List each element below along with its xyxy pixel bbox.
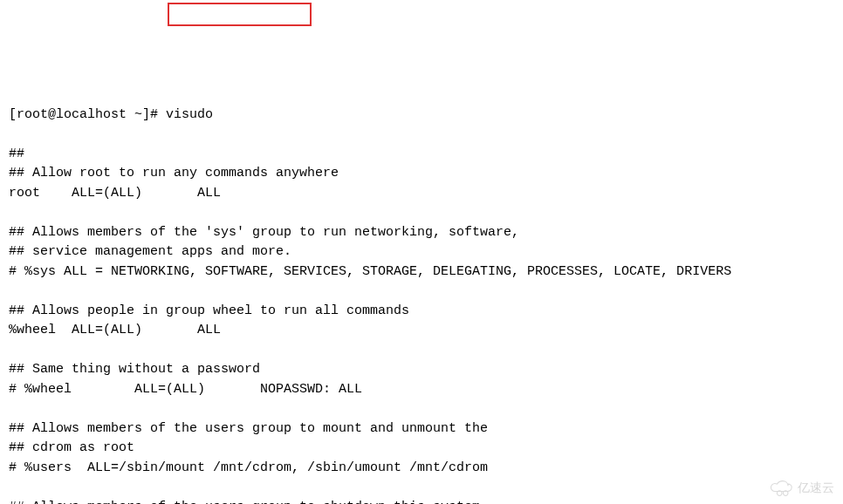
terminal-output: [root@localhost ~]# visudo#### Allow roo… [9,85,834,504]
watermark: 亿速云 [770,479,834,497]
file-line: ## Allows people in group wheel to run a… [9,302,834,322]
file-line [9,399,834,419]
file-line [9,282,834,302]
file-line: # %wheel ALL=(ALL) NOPASSWD: ALL [9,380,834,400]
file-line: ## Allows members of the 'sys' group to … [9,223,834,243]
shell-prompt: [root@localhost ~]# [9,107,166,122]
command-text: visudo [166,107,213,122]
file-line [9,341,834,361]
file-line: ## Allows members of the users group to … [9,419,834,439]
file-line: root ALL=(ALL) ALL [9,184,834,204]
highlight-annotation [168,3,312,26]
file-line: # %sys ALL = NETWORKING, SOFTWARE, SERVI… [9,262,834,283]
file-line [9,125,834,145]
file-line: ## [9,145,834,165]
file-line: ## cdrom as root [9,439,834,459]
file-line: ## service management apps and more. [9,242,834,262]
watermark-text: 亿速云 [798,479,834,497]
prompt-line: [root@localhost ~]# visudo [9,106,834,126]
file-line: ## Same thing without a password [9,360,834,380]
cloud-icon [770,480,794,497]
file-line: # %users ALL=/sbin/mount /mnt/cdrom, /sb… [9,459,834,479]
file-line: %wheel ALL=(ALL) ALL [9,321,834,341]
file-line [9,478,834,498]
file-line: ## Allows members of the users group to … [9,498,834,505]
file-line: ## Allow root to run any commands anywhe… [9,164,834,184]
file-line [9,203,834,223]
